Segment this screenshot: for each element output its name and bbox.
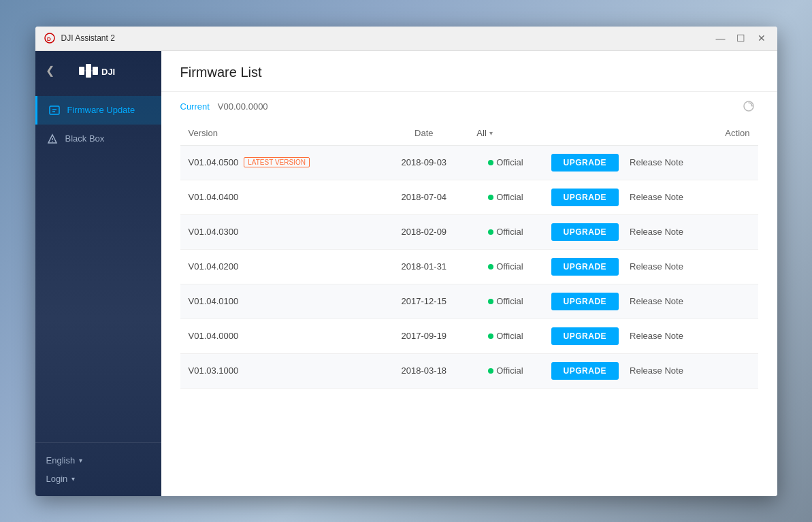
upgrade-button[interactable]: UPGRADE — [551, 327, 619, 345]
main-layout: ❮ DJI — [35, 51, 777, 496]
window-controls: — ☐ ✕ — [713, 31, 769, 46]
cell-date: 2018-09-03 — [379, 145, 468, 180]
sidebar-item-firmware-update[interactable]: Firmware Update — [35, 96, 161, 125]
page-title: Firmware List — [180, 65, 758, 80]
language-label: English — [46, 455, 76, 466]
release-note-link[interactable]: Release Note — [630, 365, 683, 376]
official-dot — [488, 195, 493, 200]
filter-chevron-icon: ▾ — [489, 129, 493, 137]
login-chevron-icon: ▾ — [71, 475, 75, 483]
back-icon: ❮ — [46, 64, 54, 77]
official-dot — [488, 229, 493, 235]
login-button[interactable]: Login ▾ — [46, 470, 150, 488]
sidebar-logo-area: ❮ DJI — [35, 51, 161, 91]
minimize-button[interactable]: — — [713, 31, 728, 46]
release-note-link[interactable]: Release Note — [630, 227, 683, 237]
app-title: DJI Assistant 2 — [61, 33, 713, 43]
official-dot — [488, 160, 493, 165]
cell-date: 2018-01-31 — [379, 249, 468, 284]
official-dot — [488, 368, 493, 374]
cell-action: UPGRADERelease Note — [543, 319, 758, 353]
col-action: Action — [543, 121, 758, 146]
table-row: V01.04.04002018-07-04OfficialUPGRADERele… — [180, 180, 758, 214]
cell-action: UPGRADERelease Note — [543, 214, 758, 249]
table-header: Version Date All ▾ Action — [180, 121, 758, 146]
table-row: V01.04.03002018-02-09OfficialUPGRADERele… — [180, 214, 758, 249]
cell-version: V01.03.1000 — [180, 353, 380, 388]
cell-action: UPGRADERelease Note — [543, 353, 758, 388]
app-icon: D — [44, 32, 56, 44]
release-note-link[interactable]: Release Note — [630, 157, 683, 167]
official-text: Official — [496, 331, 523, 341]
release-note-link[interactable]: Release Note — [630, 331, 683, 341]
official-dot — [488, 333, 493, 339]
table-row: V01.04.0500LATEST VERSION2018-09-03Offic… — [180, 145, 758, 180]
table-row: V01.03.10002018-03-18OfficialUPGRADERele… — [180, 353, 758, 388]
app-window: D DJI Assistant 2 — ☐ ✕ ❮ — [35, 27, 777, 496]
cell-date: 2017-12-15 — [379, 284, 468, 319]
svg-text:DJI: DJI — [101, 67, 115, 77]
black-box-icon — [46, 133, 59, 145]
current-label: Current — [180, 101, 210, 112]
upgrade-button[interactable]: UPGRADE — [551, 293, 619, 310]
firmware-icon — [48, 104, 61, 116]
official-dot — [488, 299, 493, 304]
official-text: Official — [496, 227, 523, 237]
release-note-link[interactable]: Release Note — [630, 261, 683, 272]
upgrade-button[interactable]: UPGRADE — [551, 258, 619, 276]
current-version-row: Current V00.00.0000 — [180, 92, 758, 121]
cell-date: 2018-07-04 — [379, 180, 468, 214]
cell-type: Official — [468, 214, 542, 249]
official-dot — [488, 264, 493, 270]
release-note-link[interactable]: Release Note — [630, 192, 683, 202]
table-row: V01.04.00002017-09-19OfficialUPGRADERele… — [180, 319, 758, 353]
cell-version: V01.04.0000 — [180, 319, 380, 353]
title-bar: D DJI Assistant 2 — ☐ ✕ — [35, 27, 777, 51]
col-filter[interactable]: All ▾ — [468, 121, 542, 146]
content-area: Firmware List Current V00.00.0000 — [161, 51, 777, 496]
sidebar-back-button[interactable]: ❮ — [42, 63, 59, 79]
cell-action: UPGRADERelease Note — [543, 145, 758, 180]
cell-type: Official — [468, 284, 542, 319]
upgrade-button[interactable]: UPGRADE — [551, 362, 619, 380]
official-text: Official — [496, 192, 523, 202]
cell-date: 2018-03-18 — [379, 353, 468, 388]
col-date: Date — [379, 121, 468, 146]
maximize-button[interactable]: ☐ — [734, 31, 749, 46]
upgrade-button[interactable]: UPGRADE — [551, 223, 619, 241]
cell-type: Official — [468, 145, 542, 180]
cell-version: V01.04.0500LATEST VERSION — [180, 145, 380, 180]
col-version: Version — [180, 121, 380, 146]
language-chevron-icon: ▾ — [79, 457, 82, 464]
svg-point-12 — [52, 141, 53, 142]
cell-version: V01.04.0200 — [180, 249, 380, 284]
cell-date: 2018-02-09 — [379, 214, 468, 249]
upgrade-button[interactable]: UPGRADE — [551, 154, 619, 172]
content-body: Current V00.00.0000 Version — [161, 92, 777, 496]
content-header: Firmware List — [161, 51, 777, 92]
official-text: Official — [496, 296, 523, 306]
cell-date: 2017-09-19 — [379, 319, 468, 353]
svg-rect-7 — [50, 106, 59, 114]
release-note-link[interactable]: Release Note — [630, 296, 683, 306]
refresh-button[interactable] — [739, 97, 758, 116]
cell-action: UPGRADERelease Note — [543, 249, 758, 284]
svg-text:D: D — [47, 36, 51, 42]
language-selector[interactable]: English ▾ — [46, 451, 150, 470]
table-row: V01.04.02002018-01-31OfficialUPGRADERele… — [180, 249, 758, 284]
sidebar-item-black-box[interactable]: Black Box — [35, 125, 161, 153]
cell-version: V01.04.0100 — [180, 284, 380, 319]
sidebar-item-firmware-label: Firmware Update — [67, 105, 135, 115]
table-row: V01.04.01002017-12-15OfficialUPGRADERele… — [180, 284, 758, 319]
close-button[interactable]: ✕ — [754, 31, 769, 46]
cell-type: Official — [468, 180, 542, 214]
cell-type: Official — [468, 353, 542, 388]
login-label: Login — [46, 474, 68, 484]
sidebar-item-blackbox-label: Black Box — [65, 133, 105, 144]
current-version-value: V00.00.0000 — [218, 101, 268, 112]
sidebar-nav: Firmware Update Black Box — [35, 91, 161, 442]
official-text: Official — [496, 365, 523, 376]
firmware-table: Version Date All ▾ Action V — [180, 121, 758, 389]
upgrade-button[interactable]: UPGRADE — [551, 189, 619, 206]
sidebar-bottom: English ▾ Login ▾ — [35, 442, 161, 496]
